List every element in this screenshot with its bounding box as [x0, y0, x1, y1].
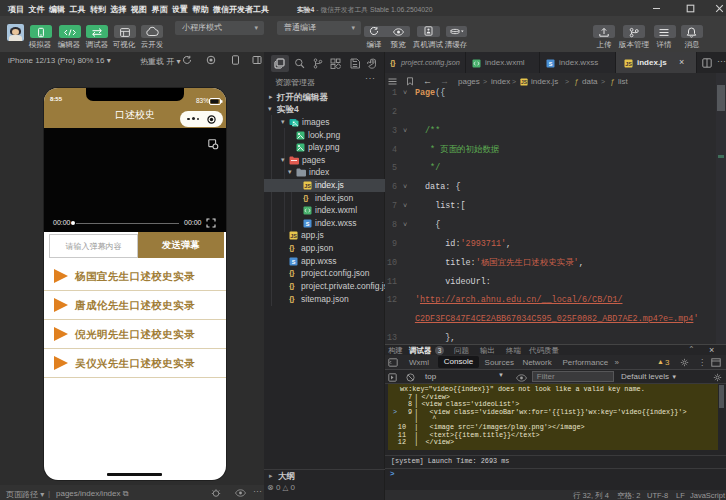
svg-text:S: S [292, 258, 296, 264]
svg-text:S: S [306, 221, 310, 227]
svg-text:JS: JS [290, 233, 297, 239]
svg-text:JS: JS [304, 183, 311, 189]
